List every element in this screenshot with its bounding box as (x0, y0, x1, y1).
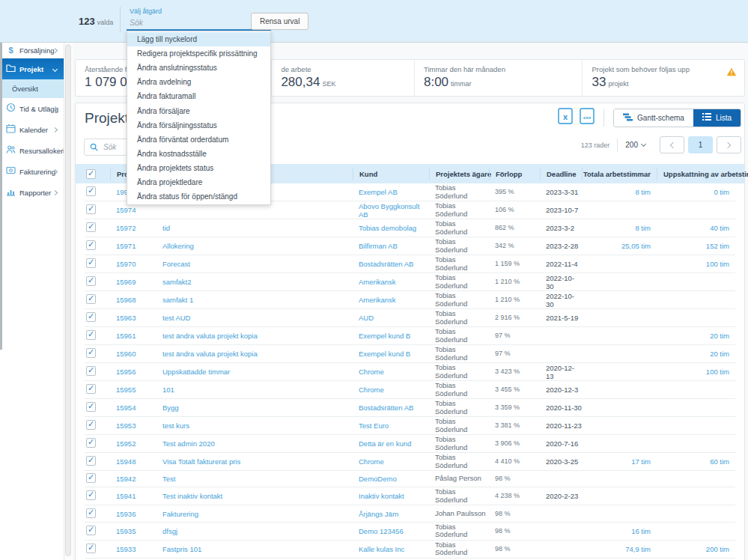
project-name[interactable]: test AUD (156, 314, 353, 322)
project-name[interactable]: Test admin 2020 (156, 439, 353, 448)
total-hours[interactable]: 17 tim (625, 457, 657, 466)
project-name[interactable]: samfakt2 (156, 278, 353, 286)
menu-item[interactable]: Lägg till nyckelord (127, 32, 270, 46)
col-deadline[interactable]: Deadline (540, 168, 582, 180)
row-checkbox[interactable] (86, 222, 96, 232)
row-checkbox[interactable] (86, 276, 96, 286)
row-checkbox[interactable] (86, 204, 96, 214)
estimated-hours[interactable]: 20 tim (704, 332, 735, 340)
project-number[interactable]: 15941 (110, 492, 156, 500)
menu-item[interactable]: Ändra försäljningsstatus (127, 118, 270, 133)
row-checkbox[interactable] (86, 420, 96, 430)
project-number[interactable]: 15974 (110, 206, 156, 214)
sidebar-item-forsaljning[interactable]: $ Försäljning (0, 43, 64, 58)
row-checkbox[interactable] (86, 508, 96, 518)
row-checkbox[interactable] (86, 526, 96, 535)
col-kund[interactable]: Kund (353, 168, 429, 180)
project-number[interactable]: 15933 (110, 545, 156, 553)
project-name[interactable]: Forecast (156, 260, 353, 268)
customer[interactable]: Exempel AB (353, 188, 429, 196)
customer[interactable]: Amerikansk (353, 278, 429, 286)
row-checkbox[interactable] (86, 473, 96, 483)
project-number[interactable]: 15935 (110, 527, 156, 535)
col-agare[interactable]: Projektets ägare (429, 168, 489, 180)
customer[interactable]: Chrome (353, 457, 429, 466)
project-name[interactable]: 101 (156, 386, 353, 394)
project-number[interactable]: 15942 (110, 475, 156, 483)
row-checkbox[interactable] (86, 544, 96, 553)
sidebar-item-rapporter[interactable]: Rapporter (0, 182, 64, 203)
row-checkbox[interactable] (86, 312, 96, 322)
action-select[interactable]: Välj åtgärd (127, 7, 271, 31)
project-number[interactable]: 15971 (110, 242, 156, 250)
project-name[interactable]: Fastpris 101 (156, 545, 353, 553)
next-page-button[interactable] (717, 136, 741, 153)
customer[interactable]: Bostadsrätten AB (353, 404, 429, 412)
project-name[interactable]: samfakt 1 (156, 296, 353, 304)
project-name[interactable]: Test inaktiv kontakt (156, 492, 353, 500)
menu-item[interactable]: Ändra kostnadsställe (127, 147, 270, 161)
row-checkbox[interactable] (86, 384, 96, 394)
project-number[interactable]: 15956 (110, 368, 156, 376)
menu-item[interactable]: Ändra projektets status (127, 161, 270, 175)
project-number[interactable]: 15954 (110, 404, 156, 412)
project-name[interactable]: tid (156, 224, 353, 232)
menu-item[interactable]: Ändra fakturamall (127, 89, 270, 103)
estimated-hours[interactable]: 200 tim (700, 545, 735, 553)
left-scrollbar[interactable] (0, 43, 2, 350)
project-name[interactable]: Visa Totalt fakturerat pris (156, 457, 353, 466)
total-hours[interactable]: 74,9 tim (619, 545, 657, 553)
total-hours[interactable]: 16 tim (625, 527, 657, 535)
customer[interactable]: DemoDemo (353, 475, 429, 483)
row-checkbox[interactable] (86, 490, 96, 500)
customer[interactable]: Exempel kund B (353, 350, 429, 358)
row-checkbox[interactable] (86, 294, 96, 304)
menu-item[interactable]: Ändra status för öppen/stängd (127, 189, 270, 204)
page-size-select[interactable]: 200 (625, 141, 645, 149)
project-number[interactable]: 15960 (110, 350, 156, 358)
gantt-view-button[interactable]: Gantt-schema (614, 109, 693, 127)
customer[interactable]: Bostadsrätten AB (353, 260, 429, 268)
estimated-hours[interactable]: 152 tim (700, 242, 735, 250)
action-search-input[interactable] (130, 18, 257, 27)
customer[interactable]: Detta är en kund (353, 439, 429, 448)
project-name[interactable]: test kurs (156, 421, 353, 430)
sidebar-item-fakturering[interactable]: Fakturering (0, 161, 64, 182)
csv-export-icon[interactable]: csv (580, 108, 595, 127)
project-number[interactable]: 15955 (110, 386, 156, 394)
sidebar-scrollbar[interactable] (64, 43, 73, 560)
excel-export-icon[interactable]: x (558, 108, 573, 127)
project-number[interactable]: 15961 (110, 332, 156, 340)
menu-item[interactable]: Ändra projektledare (127, 175, 270, 189)
row-checkbox[interactable] (86, 258, 96, 268)
customer[interactable]: Årjängs Järn (353, 510, 429, 518)
project-name[interactable]: test ändra valuta projekt kopia (156, 332, 353, 340)
customer[interactable]: Chrome (353, 368, 429, 376)
select-all-checkbox[interactable] (86, 169, 96, 179)
customer[interactable]: Tobias demobolag (353, 224, 429, 232)
customer[interactable]: Chrome (353, 386, 429, 394)
menu-item[interactable]: Ändra förväntat orderdatum (127, 133, 270, 147)
menu-item[interactable]: Ändra avdelning (127, 75, 270, 89)
estimated-hours[interactable]: 100 tim (700, 368, 735, 376)
prev-page-button[interactable] (660, 136, 684, 153)
row-checkbox[interactable] (86, 456, 96, 466)
row-checkbox[interactable] (86, 366, 96, 376)
row-checkbox[interactable] (86, 402, 96, 412)
col-totala[interactable]: Totala arbetstimmar (582, 168, 657, 180)
estimated-hours[interactable]: 40 tim (704, 224, 735, 232)
row-checkbox[interactable] (86, 348, 96, 358)
sidebar-item-oversikt[interactable]: Översikt (0, 79, 64, 98)
clear-selection-button[interactable]: Rensa urval (251, 13, 308, 30)
sidebar-item-kalender[interactable]: Kalender (0, 119, 64, 140)
menu-item[interactable]: Redigera projektspecifik prissättning (127, 46, 270, 61)
customer[interactable]: AUD (353, 314, 429, 322)
estimated-hours[interactable]: 0 tim (708, 188, 735, 196)
total-hours[interactable]: 8 tim (629, 188, 657, 196)
menu-item[interactable]: Ändra anslutningsstatus (127, 61, 270, 75)
total-hours[interactable]: 8 tim (629, 224, 657, 232)
customer[interactable]: Amerikansk (353, 296, 429, 304)
menu-item[interactable]: Ändra försäljare (127, 103, 270, 118)
project-name[interactable]: Bygg (156, 404, 353, 412)
project-number[interactable]: 15936 (110, 510, 156, 518)
